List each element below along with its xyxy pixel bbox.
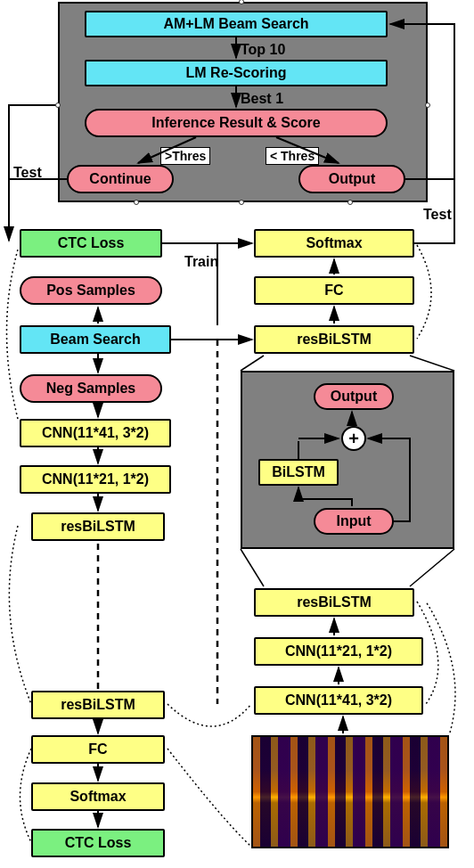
connector-dot	[425, 102, 430, 108]
plus-icon: +	[348, 429, 359, 449]
output-top-box: Output	[298, 165, 405, 193]
softmax-right-box: Softmax	[254, 229, 414, 258]
plus-node: +	[341, 426, 366, 451]
connector-dot	[239, 200, 244, 205]
top10-label: Top 10	[241, 42, 285, 58]
res-right2-box: resBiLSTM	[254, 588, 414, 617]
gt-thres-label: >Thres	[160, 147, 210, 165]
fc-right-box: FC	[254, 276, 414, 305]
svg-line-21	[241, 549, 264, 586]
connector-dot	[347, 200, 353, 205]
connector-dot	[134, 200, 139, 205]
inference-result-box: Inference Result & Score	[85, 109, 388, 137]
inner-output-box: Output	[314, 383, 394, 410]
bilstm-box: BiLSTM	[258, 459, 339, 486]
continue-box: Continue	[67, 165, 174, 193]
res-left2-box: resBiLSTM	[31, 691, 165, 719]
svg-line-19	[241, 356, 264, 371]
test2-label: Test	[423, 207, 452, 223]
cnn2-right-box: CNN(11*41, 3*2)	[254, 686, 423, 715]
train-label: Train	[184, 254, 218, 270]
connector-dot	[55, 102, 61, 108]
lt-thres-label: < Thres	[266, 147, 319, 165]
cnn1-right-box: CNN(11*21, 1*2)	[254, 637, 423, 666]
pos-samples-box: Pos Samples	[20, 276, 162, 305]
beam-search-box: Beam Search	[20, 325, 171, 354]
spectrogram-image	[251, 735, 449, 848]
best1-label: Best 1	[241, 91, 283, 107]
test-label: Test	[13, 165, 42, 181]
res-right1-box: resBiLSTM	[254, 325, 414, 354]
lm-rescoring-box: LM Re-Scoring	[85, 60, 388, 86]
amlm-beam-search-box: AM+LM Beam Search	[85, 11, 388, 37]
res-left1-box: resBiLSTM	[31, 512, 165, 541]
cnn2-left-box: CNN(11*21, 1*2)	[20, 465, 171, 494]
inner-input-box: Input	[314, 508, 394, 535]
ctc1-box: CTC Loss	[20, 229, 162, 258]
fc-left-box: FC	[31, 735, 165, 764]
cnn1-left-box: CNN(11*41, 3*2)	[20, 419, 171, 447]
svg-line-20	[410, 356, 454, 371]
softmax-left-box: Softmax	[31, 782, 165, 811]
neg-samples-box: Neg Samples	[20, 374, 162, 403]
ctc2-box: CTC Loss	[31, 829, 165, 857]
svg-line-22	[410, 549, 454, 586]
